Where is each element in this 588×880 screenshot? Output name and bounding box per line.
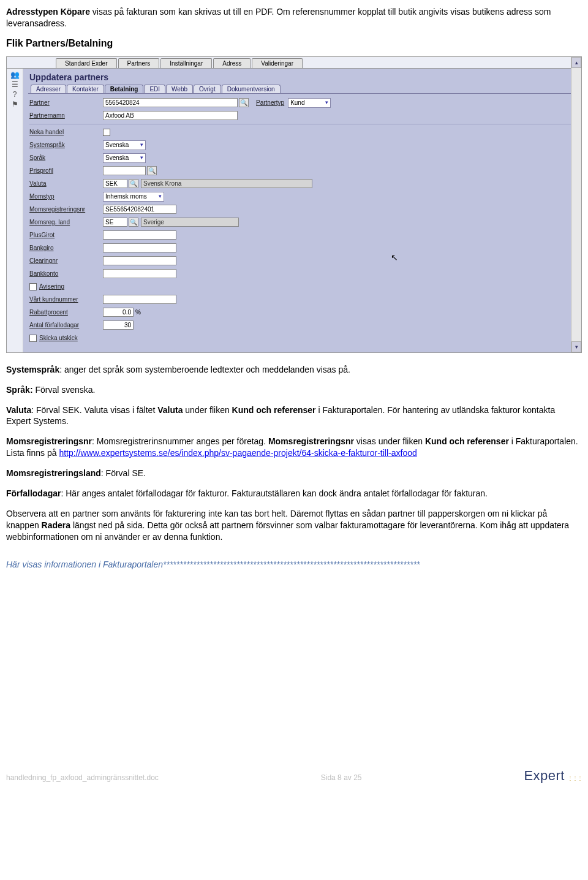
tab-valideringar[interactable]: Valideringar [252, 58, 303, 68]
label-percent-sign: % [135, 309, 141, 316]
tab-adress[interactable]: Adress [213, 58, 251, 68]
input-momsreg-land-code[interactable] [103, 218, 127, 227]
input-rabattprocent[interactable] [103, 308, 134, 317]
sub-tab-adresser[interactable]: Adresser [31, 85, 66, 93]
panel-title: Uppdatera partners [28, 71, 576, 85]
input-vart-kundnummer[interactable] [103, 295, 176, 304]
app-main-tabs: Standard Exder Partners Inställningar Ad… [7, 57, 581, 68]
sub-tab-kontakter[interactable]: Kontakter [67, 85, 104, 93]
select-sprak[interactable]: Svenska [103, 153, 146, 163]
label-partnernamn: Partnernamn [29, 112, 103, 119]
checkbox-neka-handel[interactable] [103, 129, 110, 136]
paragraph-momsregnr: Momsregistreringsnr: Momsregistrerinsnum… [6, 436, 582, 459]
label-sprak: Språk [29, 154, 103, 161]
paragraph-valuta: Valuta: Förval SEK. Valuta visas i fälte… [6, 404, 582, 428]
scroll-down-icon[interactable]: ▾ [571, 341, 581, 352]
label-valuta: Valuta [29, 180, 103, 187]
display-momsreg-land-name [141, 218, 239, 227]
input-plusgirot[interactable] [103, 230, 176, 240]
sub-tab-dokumentversion[interactable]: Dokumentversion [222, 85, 281, 93]
display-valuta-name [141, 179, 312, 188]
label-skicka-utskick: Skicka utskick [39, 335, 78, 341]
input-bankkonto[interactable] [103, 269, 176, 278]
sub-tab-betalning[interactable]: Betalning [105, 85, 144, 93]
input-antal-forfallodagar[interactable] [103, 321, 134, 330]
label-momstyp: Momstyp [29, 193, 103, 200]
label-systemsprak: Systemspråk [29, 142, 103, 148]
label-plusgirot: PlusGirot [29, 232, 103, 238]
scroll-up-icon[interactable]: ▴ [571, 57, 581, 68]
checkbox-avisering[interactable] [29, 283, 37, 290]
sub-tab-webb[interactable]: Webb [166, 85, 193, 93]
label-clearingnr: Clearingnr [29, 257, 103, 264]
paragraph-systemsprak: Systemspråk: anger det språk som systemb… [6, 364, 582, 376]
input-partnernamn[interactable] [103, 111, 238, 120]
link-expertsystems[interactable]: http://www.expertsystems.se/es/index.php… [59, 448, 417, 458]
select-partnertyp[interactable]: Kund [288, 98, 331, 108]
label-rabattprocent: Rabattprocent [29, 309, 103, 316]
search-icon[interactable]: 🔍 [129, 218, 138, 227]
footer-page: Sida 8 av 25 [321, 773, 362, 782]
heading-flik-partners-betalning: Flik Partners/Betalning [6, 38, 582, 49]
expert-logo: Expert [524, 770, 582, 782]
sidebar-user-icon[interactable]: 👥 [10, 71, 20, 78]
tab-standard-exder[interactable]: Standard Exder [56, 58, 117, 68]
label-momsregnr: Momsregistreringsnr [29, 206, 103, 213]
label-vart-kundnummer: Vårt kundnummer [29, 296, 103, 303]
input-bankgiro[interactable] [103, 243, 176, 252]
label-bankkonto: Bankkonto [29, 270, 103, 277]
paragraph-forfallodagar: Förfallodagar: Här anges antalet förfall… [6, 488, 582, 499]
sub-tabs: Adresser Kontakter Betalning EDI Webb Öv… [28, 85, 576, 94]
label-antal-forfallodagar: Antal förfallodagar [29, 322, 103, 328]
input-valuta-code[interactable] [103, 179, 127, 188]
app-sidebar-icons: 👥 ☰ ? ⚑ [7, 69, 23, 352]
label-partnertyp: Partnertyp [256, 99, 284, 106]
tab-partners[interactable]: Partners [118, 58, 160, 68]
label-neka-handel: Neka handel [29, 129, 103, 135]
vertical-scrollbar[interactable]: ▴ ▾ [571, 57, 581, 352]
sidebar-flag-icon[interactable]: ⚑ [12, 101, 18, 108]
input-prisprofil[interactable] [103, 166, 146, 175]
search-icon[interactable]: 🔍 [147, 166, 157, 175]
sidebar-list-icon[interactable]: ☰ [12, 81, 18, 88]
select-momstyp[interactable]: Inhemsk moms [103, 192, 164, 202]
sidebar-help-icon[interactable]: ? [13, 91, 17, 98]
paragraph-sprak: Språk: Förval svenska. [6, 384, 582, 396]
screenshot-uppdatera-partners: Standard Exder Partners Inställningar Ad… [6, 56, 582, 353]
paragraph-observera: Observera att en partner som använts för… [6, 508, 582, 543]
label-partner: Partner [29, 99, 103, 106]
input-clearingnr[interactable] [103, 256, 176, 265]
sub-tab-edi[interactable]: EDI [144, 85, 165, 93]
search-icon[interactable]: 🔍 [239, 98, 249, 107]
footer-filename: handledning_fp_axfood_admingränssnittet.… [6, 773, 159, 782]
input-momsregnr[interactable] [103, 205, 176, 214]
label-avisering: Avisering [39, 283, 64, 290]
input-partner[interactable] [103, 98, 238, 107]
search-icon[interactable]: 🔍 [129, 179, 138, 188]
paragraph-momsregland: Momsregistreringsland: Förval SE. [6, 468, 582, 479]
italic-stars: ****************************************… [163, 559, 420, 569]
paragraph-adresstyp: Adresstypen Köpare visas på fakturan som… [6, 6, 582, 29]
checkbox-skicka-utskick[interactable] [29, 335, 37, 342]
italic-here-info: Här visas informationen i Fakturaportale… [6, 559, 163, 569]
cursor-arrow-icon: ↖ [391, 252, 398, 262]
sub-tab-ovrigt[interactable]: Övrigt [194, 85, 221, 93]
label-bankgiro: Bankgiro [29, 245, 103, 251]
label-prisprofil: Prisprofil [29, 167, 103, 174]
tab-installningar[interactable]: Inställningar [160, 58, 212, 68]
select-systemsprak[interactable]: Svenska [103, 140, 146, 150]
label-momsreg-land: Momsreg. land [29, 219, 103, 226]
